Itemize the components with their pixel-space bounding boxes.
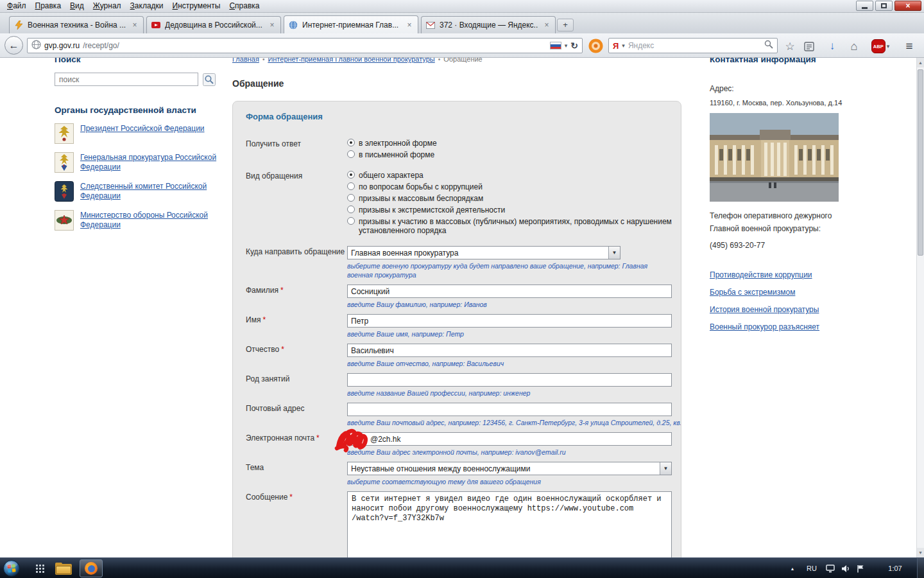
scroll-up-icon[interactable]: ▲ [917, 58, 924, 67]
menu-history[interactable]: Журнал [89, 0, 126, 12]
breadcrumb: Главная•Интернет-приемная Главной военно… [232, 58, 683, 63]
tab-close-icon[interactable]: × [405, 21, 414, 30]
site-identity-globe-icon[interactable] [31, 40, 41, 52]
show-desktop-button[interactable] [917, 558, 924, 578]
contact-sidebar: Контактная информация Адрес: 119160, г. … [710, 58, 865, 340]
taskbar-clock[interactable]: 1:07 [879, 558, 911, 578]
bookmark-star-icon[interactable]: ☆ [782, 39, 798, 54]
topic-select[interactable]: Неуставные отношения между военнослужащи… [347, 462, 672, 475]
tray-hidden-icons-button[interactable]: ▲ [787, 558, 798, 578]
postal-input[interactable] [347, 403, 672, 416]
web-search-input[interactable] [628, 41, 761, 50]
close-icon: × [905, 2, 910, 10]
destination-select[interactable]: Главная военная прокуратура ▼ [347, 246, 620, 259]
form-title: Форма обращения [246, 112, 672, 121]
language-indicator[interactable]: RU [803, 558, 820, 578]
windows-taskbar: ▲ RU 1:07 [0, 557, 924, 578]
message-textarea[interactable]: В сети интернет я увидел видео где один … [347, 491, 672, 557]
name-input[interactable] [347, 314, 672, 328]
breadcrumb-home-link[interactable]: Главная [232, 58, 259, 63]
radio-mass-riots[interactable] [347, 194, 355, 202]
back-button[interactable]: ← [4, 36, 23, 55]
link-prosecutor-explains[interactable]: Военный прокурор разъясняет [710, 322, 865, 331]
menu-file[interactable]: Файл [3, 0, 31, 12]
menu-tools[interactable]: Инструменты [168, 0, 225, 12]
search-magnifier-icon[interactable] [764, 40, 773, 51]
start-button[interactable] [3, 559, 21, 577]
radio-public-events[interactable] [347, 217, 355, 225]
new-tab-button[interactable]: + [557, 19, 574, 31]
explorer-taskbar-button[interactable] [55, 563, 72, 575]
radio-extremism[interactable] [347, 206, 355, 213]
ministry-of-defence-emblem-icon [55, 210, 74, 231]
url-path: /recept/go/ [83, 41, 119, 50]
select-arrow-icon[interactable]: ▼ [660, 462, 671, 475]
email-input[interactable] [347, 432, 672, 446]
email-hint: введите Ваш адрес электронной почты, нап… [347, 448, 672, 457]
topic-hint: выберите соответствующую тему для вашего… [347, 477, 672, 486]
window-close-button[interactable]: × [894, 1, 921, 11]
surname-row: Фамилия* введите Вашу фамилию, например:… [246, 285, 672, 309]
menu-bookmarks[interactable]: Закладки [126, 0, 168, 12]
russian-flag-icon[interactable] [550, 42, 561, 49]
bookmarks-panel-icon[interactable] [801, 39, 817, 54]
scroll-down-icon[interactable]: ▼ [917, 548, 924, 557]
link-anti-extremism[interactable]: Борьба с экстремизмом [710, 288, 865, 297]
action-center-flag-icon[interactable] [855, 558, 866, 578]
surname-input[interactable] [347, 285, 672, 298]
tab-yandex-mail[interactable]: 372 · Входящие — Яндекс.... × [421, 16, 556, 33]
tab-gvp-reception[interactable]: Интернет-приемная Глав... × [284, 15, 418, 33]
main-column: Главная•Интернет-приемная Главной военно… [232, 58, 683, 557]
tab-close-icon[interactable]: × [268, 21, 277, 30]
search-engine-dropdown-icon[interactable]: ▾ [622, 42, 625, 49]
site-search-button[interactable] [203, 73, 216, 86]
name-row: Имя* введите Ваше имя, например: Петр [246, 314, 672, 338]
home-icon[interactable]: ⌂ [846, 39, 862, 54]
quick-launch-grip-icon [36, 565, 44, 573]
select-arrow-icon[interactable]: ▼ [608, 247, 620, 259]
menu-help[interactable]: Справка [225, 0, 264, 12]
sidebar-item-prosecutor-general[interactable]: Генеральная прокуратура Российской Федер… [55, 152, 224, 173]
occupation-input[interactable] [347, 373, 672, 387]
radio-electronic-form[interactable] [347, 139, 355, 146]
sidebar-item-investigative-committee[interactable]: Следственный комитет Российской Федераци… [55, 181, 224, 202]
window-minimize-button[interactable] [856, 1, 873, 11]
menu-edit[interactable]: Правка [31, 0, 66, 12]
tab-youtube[interactable]: Дедовщина в Российской... × [146, 16, 281, 33]
radio-corruption[interactable] [347, 182, 355, 190]
link-anti-corruption[interactable]: Противодействие коррупции [710, 270, 865, 279]
radio-written-form[interactable] [347, 150, 355, 158]
reload-icon[interactable]: ↻ [570, 40, 578, 51]
firefox-taskbar-button[interactable] [80, 559, 103, 577]
tab-close-icon[interactable]: × [542, 21, 551, 30]
answer-type-label: Получить ответ [246, 138, 347, 161]
quick-search-addon-icon[interactable] [588, 38, 604, 54]
tab-close-icon[interactable]: × [130, 21, 139, 30]
volume-tray-icon[interactable] [839, 558, 852, 578]
phone-caption-line2: Главной военной прокуратуры: [710, 224, 865, 233]
patronymic-input[interactable] [347, 344, 672, 357]
page-content: Поиск Органы государственной власти През… [0, 58, 924, 557]
scrollbar-thumb[interactable] [918, 69, 923, 256]
adblock-plus-button[interactable]: ABP ▾ [868, 39, 893, 54]
site-search-input[interactable] [55, 73, 198, 86]
tab-war-machines[interactable]: Военная техника - Война ... × [9, 16, 144, 33]
occupation-label: Род занятий [246, 373, 347, 398]
url-bar[interactable]: gvp.gov.ru/recept/go/ ▾ ↻ [27, 38, 583, 53]
hamburger-menu-icon[interactable]: ≡ [901, 39, 918, 54]
vertical-scrollbar[interactable]: ▲ ▼ [916, 58, 924, 557]
network-tray-icon[interactable] [824, 558, 837, 578]
downloads-icon[interactable]: ↓ [824, 39, 841, 54]
link-history[interactable]: История военной прокуратуры [710, 305, 865, 314]
sidebar-item-president[interactable]: Президент Российской Федерации [55, 123, 224, 144]
breadcrumb-reception-link[interactable]: Интернет-приемная Главной военной прокур… [268, 58, 434, 63]
radio-general[interactable] [347, 171, 355, 179]
page-title: Обращение [232, 78, 683, 89]
lightning-icon [13, 20, 24, 30]
urlbar-dropdown-icon[interactable]: ▾ [565, 42, 568, 49]
sidebar-item-ministry-of-defence[interactable]: Министерство обороны Российской Федераци… [55, 210, 224, 231]
search-bar[interactable]: Я ▾ [608, 38, 778, 53]
url-host: gvp.gov.ru [44, 41, 80, 50]
window-maximize-button[interactable] [875, 1, 893, 11]
menu-view[interactable]: Вид [65, 0, 89, 12]
